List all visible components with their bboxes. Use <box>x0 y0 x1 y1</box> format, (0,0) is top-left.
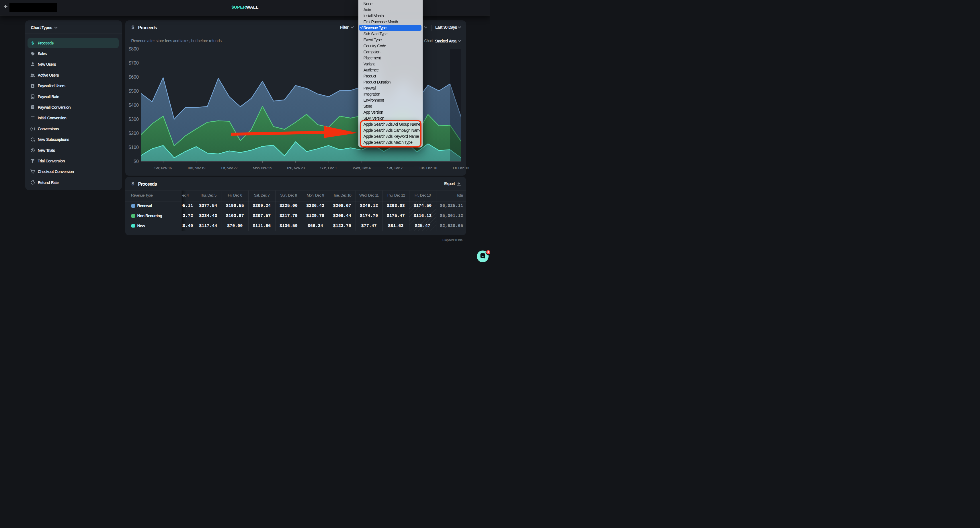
svg-text:$: $ <box>32 40 34 45</box>
